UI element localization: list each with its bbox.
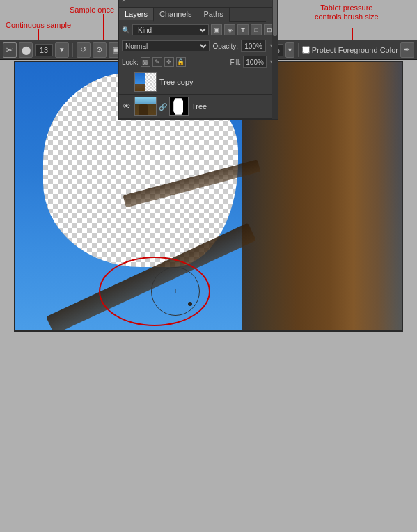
lock-all[interactable]: 🔒	[176, 57, 186, 67]
layer-name-tree: Tree	[191, 102, 275, 111]
protect-fg-checkbox[interactable]	[302, 46, 310, 54]
filter-shape-btn[interactable]: □	[251, 24, 262, 35]
lock-row: Lock: ▩ ✎ ✛ 🔒 Fill: 100% ▼	[119, 54, 278, 70]
layer-mask-tree	[169, 97, 189, 116]
lock-label: Lock:	[122, 58, 139, 66]
layer-visibility-tree[interactable]: 👁	[122, 102, 132, 111]
separator3	[298, 43, 299, 57]
lock-brush[interactable]: ✎	[152, 57, 162, 67]
brush-size[interactable]: 13	[35, 44, 53, 56]
cursor-object	[188, 302, 192, 306]
protect-fg-label[interactable]: Protect Foreground Color	[302, 46, 398, 54]
fill-label: Fill:	[230, 58, 242, 66]
sample-once-annotation: Sample once	[70, 6, 114, 15]
opacity-value[interactable]: 100%	[241, 40, 266, 52]
layer-name-tree-copy: Tree copy	[159, 78, 275, 86]
panel-scrollbar-thumb[interactable]	[273, 0, 277, 36]
tablet-pressure-annotation: Tablet pressurecontrols brush size	[315, 3, 379, 22]
opacity-label: Opacity:	[212, 42, 238, 50]
tolerance-dropdown[interactable]: ▼	[285, 42, 294, 58]
lock-checkerboard[interactable]: ▩	[141, 57, 150, 67]
search-icon: 🔍	[122, 26, 130, 34]
fill-value[interactable]: 100%	[243, 56, 267, 68]
tab-paths[interactable]: Paths	[198, 8, 230, 22]
layer-visibility-tree-copy[interactable]: 👁	[122, 77, 132, 87]
layer-thumb-tree	[134, 97, 157, 116]
panel-scrollbar[interactable]	[272, 0, 278, 119]
filter-type-btn[interactable]: T	[237, 24, 249, 35]
lock-move[interactable]: ✛	[164, 57, 174, 67]
layer-link-tree[interactable]: 🔗	[159, 103, 166, 110]
filter-adj-btn[interactable]: ◈	[224, 24, 235, 35]
panel-close-btn[interactable]: ×	[122, 0, 126, 4]
tab-channels[interactable]: Channels	[154, 8, 198, 22]
continuous-sample-annotation: Continuous sample	[6, 21, 71, 30]
tool-dropdown[interactable]: ✂	[3, 42, 17, 58]
blend-mode-row: Normal Dissolve Multiply Screen Opacity:…	[119, 38, 278, 54]
panel-tabs: Layers Channels Paths ☰	[119, 8, 278, 22]
layer-item-tree[interactable]: 👁 🔗 Tree	[119, 95, 278, 119]
layers-list: 👁 Tree copy 👁 🔗 Tree	[119, 70, 278, 119]
layer-thumb-tree-copy	[134, 72, 157, 92]
blend-mode-select[interactable]: Normal Dissolve Multiply Screen	[122, 40, 210, 51]
brush-picker-btn[interactable]: ▼	[55, 42, 69, 58]
kind-filter[interactable]: Kind	[132, 24, 209, 35]
layer-item-tree-copy[interactable]: 👁 Tree copy	[119, 70, 278, 95]
tool-option2[interactable]: ⬤	[19, 42, 33, 58]
tab-layers[interactable]: Layers	[119, 8, 154, 22]
separator1	[72, 43, 73, 57]
sample-once-btn[interactable]: ⊙	[93, 42, 107, 58]
layers-panel: × « Layers Channels Paths ☰ 🔍 Kind ▣ ◈ T…	[118, 0, 278, 120]
panel-header: × «	[119, 0, 278, 8]
continuous-sample-btn[interactable]: ↺	[77, 42, 91, 58]
filter-pixel-btn[interactable]: ▣	[211, 24, 222, 35]
panel-search-row: 🔍 Kind ▣ ◈ T □ ⊡	[119, 22, 278, 38]
tablet-pressure-btn[interactable]: ✒	[400, 42, 414, 58]
